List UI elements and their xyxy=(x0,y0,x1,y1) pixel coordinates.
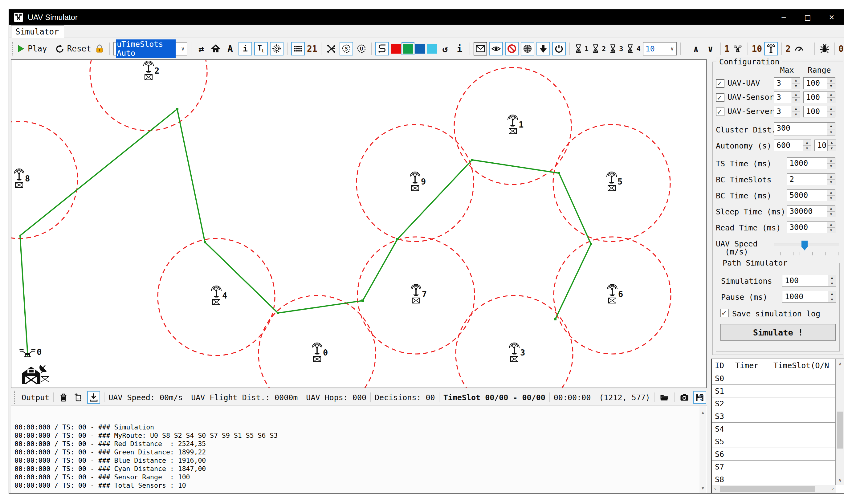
autonomy-secondary-spinner[interactable]: 10 xyxy=(814,140,836,151)
uav-uav-range-spinner[interactable]: 100 xyxy=(803,77,835,89)
no-entry-toggle[interactable] xyxy=(505,42,519,55)
lock-icon[interactable] xyxy=(93,42,106,55)
spin-up-button[interactable] xyxy=(828,291,836,297)
spin-down-button[interactable] xyxy=(827,196,835,201)
spin-down-button[interactable] xyxy=(792,84,800,89)
visibility-toggle[interactable] xyxy=(489,42,503,55)
spin-up-button[interactable] xyxy=(803,140,811,146)
timeslot-label-toggle[interactable]: TL xyxy=(254,42,268,55)
read-time-spinner[interactable]: 3000 xyxy=(787,221,835,233)
route-toggle[interactable] xyxy=(375,42,389,55)
scroll-right-icon[interactable]: › xyxy=(831,486,834,491)
spin-down-button[interactable] xyxy=(803,146,811,151)
sensor-node[interactable]: 5 xyxy=(607,172,622,191)
screenshot-button[interactable] xyxy=(678,391,690,404)
cluster-dist-spinner[interactable]: 300 xyxy=(774,122,835,136)
uav-node[interactable]: 0 xyxy=(19,347,41,357)
spin-down-button[interactable] xyxy=(827,84,835,89)
autoscroll-toggle[interactable] xyxy=(87,391,100,404)
sensor-node[interactable]: 8 xyxy=(14,169,30,187)
info-toggle[interactable]: i xyxy=(238,42,252,55)
sensor-node[interactable]: 1 xyxy=(508,115,523,134)
timeslot-count-select[interactable]: 10∨ xyxy=(643,42,677,55)
statusbar-grip[interactable] xyxy=(14,391,18,404)
simulation-canvas[interactable]: 28195476030 xyxy=(11,59,707,388)
tab-simulator[interactable]: Simulator xyxy=(11,25,64,38)
uav-uav-checkbox[interactable] xyxy=(716,79,724,88)
table-row[interactable]: S5 xyxy=(712,435,844,448)
move-down-button[interactable]: ∨ xyxy=(705,42,717,55)
simulate-button[interactable]: Simulate ! xyxy=(721,324,836,341)
spin-up-button[interactable] xyxy=(827,206,835,212)
maximize-button[interactable]: □ xyxy=(796,10,820,25)
reset-button[interactable]: Reset xyxy=(55,44,91,54)
table-row[interactable]: S3 xyxy=(712,410,844,423)
spin-down-button[interactable] xyxy=(792,98,800,103)
uav-uav-max-spinner[interactable]: 3 xyxy=(774,77,800,89)
spin-up-button[interactable] xyxy=(827,78,835,84)
bc-time-spinner[interactable]: 5000 xyxy=(787,190,835,201)
mode-select[interactable]: uTimeSlots Auto∨ xyxy=(113,42,187,55)
save-log-checkbox[interactable] xyxy=(721,309,729,317)
hourglass-4-button[interactable]: 4 xyxy=(625,44,640,54)
move-up-button[interactable]: ∧ xyxy=(690,42,702,55)
uav-sensor-range-spinner[interactable]: 100 xyxy=(803,91,835,103)
pause-spinner[interactable]: 1000 xyxy=(782,291,836,303)
spin-down-button[interactable] xyxy=(827,98,835,103)
uav-icon[interactable] xyxy=(731,42,744,55)
refresh-route-button[interactable]: ↺ xyxy=(439,42,451,55)
spin-down-button[interactable] xyxy=(827,112,835,118)
scroll-left-icon[interactable]: ‹ xyxy=(714,486,717,491)
output-log[interactable]: 00:00:000 / TS: 00 - ### Simulation00:00… xyxy=(11,406,707,493)
bc-timeslots-spinner[interactable]: 2 xyxy=(787,174,835,185)
red-route-swatch[interactable] xyxy=(391,44,401,54)
play-button[interactable]: Play xyxy=(15,44,47,54)
spin-down-button[interactable] xyxy=(827,228,835,233)
sensor-node[interactable]: 0 xyxy=(312,343,328,362)
spin-down-button[interactable] xyxy=(828,297,836,303)
download-toggle[interactable] xyxy=(536,42,550,55)
uav-speed-slider-thumb[interactable] xyxy=(801,240,807,250)
spin-up-button[interactable] xyxy=(827,92,835,98)
table-row[interactable]: S1 xyxy=(712,385,844,397)
autonomy-spinner[interactable]: 600 xyxy=(774,140,811,151)
table-row[interactable]: S2 xyxy=(712,397,844,410)
green-route-swatch[interactable] xyxy=(403,44,413,54)
table-row[interactable]: S0 xyxy=(712,372,844,385)
spin-down-button[interactable] xyxy=(827,129,835,136)
ts-time-spinner[interactable]: 1000 xyxy=(787,158,835,169)
simulations-spinner[interactable]: 100 xyxy=(782,275,836,287)
sensor-toggle[interactable] xyxy=(764,42,778,55)
message-button[interactable] xyxy=(474,42,487,55)
spin-down-button[interactable] xyxy=(828,146,836,151)
table-vertical-scrollbar[interactable]: ∧ ∨ xyxy=(836,359,844,485)
hourglass-1-button[interactable]: 1 xyxy=(573,44,588,54)
table-horizontal-scrollbar[interactable]: ‹ › xyxy=(712,485,836,493)
close-button[interactable]: ✕ xyxy=(820,10,844,25)
sensor-node[interactable]: 6 xyxy=(607,284,623,303)
network-map[interactable]: 28195476030 xyxy=(12,60,706,388)
sensor-node[interactable]: 3 xyxy=(509,343,525,362)
spin-up-button[interactable] xyxy=(827,123,835,129)
table-header-cell[interactable]: ID xyxy=(712,359,732,372)
sensor-node[interactable]: 2 xyxy=(144,61,159,80)
sleep-time-spinner[interactable]: 30000 xyxy=(787,205,835,217)
sensor-range-toggle[interactable]: S xyxy=(340,42,353,55)
swap-button[interactable]: ⇄ xyxy=(195,42,207,55)
uav-sensor-checkbox[interactable] xyxy=(716,93,724,102)
node-links-button[interactable] xyxy=(325,42,337,55)
cyan-route-swatch[interactable] xyxy=(427,44,437,54)
scroll-up-icon[interactable]: ▲ xyxy=(699,410,706,415)
scroll-up-icon[interactable]: ∧ xyxy=(836,361,844,366)
home-button[interactable] xyxy=(210,42,222,55)
spin-down-button[interactable] xyxy=(827,164,835,169)
spin-up-button[interactable] xyxy=(827,190,835,196)
spin-up-button[interactable] xyxy=(828,275,836,281)
table-row[interactable]: S6 xyxy=(712,448,844,461)
uav-server-checkbox[interactable] xyxy=(716,108,724,116)
spin-up-button[interactable] xyxy=(792,92,800,98)
clear-log-button[interactable] xyxy=(58,391,69,404)
toolbar-grip[interactable] xyxy=(12,42,13,55)
hourglass-2-button[interactable]: 2 xyxy=(591,44,606,54)
uav-server-max-spinner[interactable]: 3 xyxy=(774,106,800,118)
